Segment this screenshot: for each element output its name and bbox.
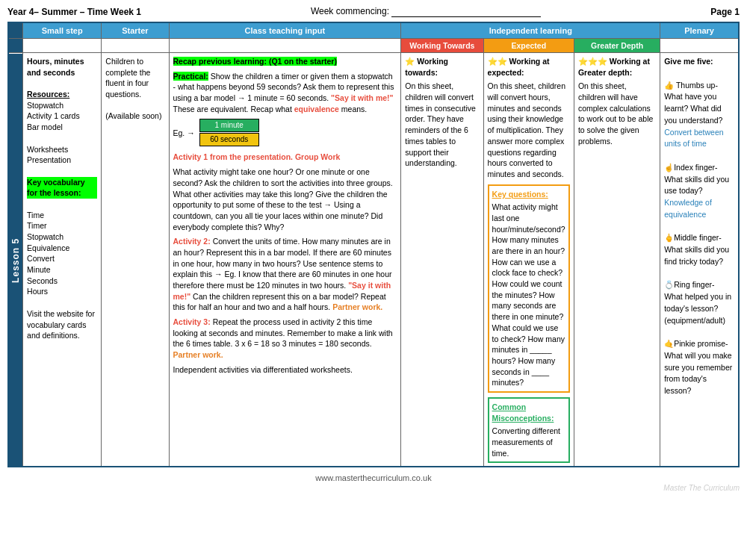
expected-cell: ⭐⭐ Working at expected: On this sheet, c… (483, 53, 574, 467)
lesson-plan-table: Small step Starter Class teaching input … (7, 22, 740, 467)
equivalence-word: equivalence (294, 105, 339, 113)
small-step-cell: Hours, minutes and seconds Resources: St… (23, 53, 102, 467)
page-number: Page 1 (710, 7, 740, 17)
bar-bottom: 60 seconds (199, 133, 259, 146)
independent-learning-header: Independent learning (401, 22, 660, 39)
practical-para: Practical: Show the children a timer or … (173, 71, 397, 115)
exp-text: On this sheet, children will convert hou… (488, 81, 570, 179)
activity2-label: Activity 2: (173, 237, 211, 246)
bar-model-container: Eg. → 1 minute 60 seconds (173, 118, 397, 147)
starter-header: Starter (102, 22, 169, 39)
activity3-para: Activity 3: Repeat the process used in a… (173, 317, 397, 361)
week-commencing: Week commencing: (141, 6, 710, 17)
resources-label: Resources: (27, 89, 97, 100)
key-questions-title: Key questions: (492, 189, 565, 200)
lesson-row: Lesson 5 Hours, minutes and seconds Reso… (8, 53, 739, 467)
activity1-text: What activity might take one hour? Or on… (173, 167, 397, 232)
independent-text: Independent activities via differentiate… (173, 364, 397, 376)
misconceptions-title: Common Misconceptions: (492, 402, 565, 423)
class-teaching-header: Class teaching input (169, 22, 401, 39)
bar-bottom-row: 60 seconds (199, 133, 259, 146)
resource-worksheets: Worksheets (27, 144, 97, 155)
vocab-seconds: Seconds (27, 276, 97, 287)
activity1-para: Activity 1 from the presentation. Group … (173, 152, 397, 163)
recap-line: Recap previous learning: (Q1 on the star… (173, 56, 397, 67)
page-title: Year 4– Summer – Time Week 1 (7, 7, 141, 17)
page-header: Year 4– Summer – Time Week 1 Week commen… (7, 6, 740, 17)
resource-stopwatch: Stopwatch (27, 100, 97, 111)
working-towards-content: ⭐ Working towards: On this sheet, childr… (405, 56, 479, 169)
visit-text: Visit the website for vocabulary cards a… (27, 308, 97, 341)
plenary-cell: Give me five: 👍 Thumbs up- What have you… (660, 53, 739, 467)
resource-cards: Activity 1 cards (27, 111, 97, 122)
gd-text: On this sheet, children will have comple… (578, 81, 656, 146)
eg-label: Eg. → (173, 128, 195, 139)
plenary-header: Plenary (660, 22, 739, 39)
vocab-hours: Hours (27, 286, 97, 297)
expected-subheader: Expected (483, 39, 574, 53)
starter-available: (Available soon) (105, 111, 164, 122)
group-work: Group Work (295, 152, 340, 161)
vocab-convert: Convert (27, 253, 97, 264)
greater-depth-cell: ⭐⭐⭐ Working at Greater depth: On this sh… (574, 53, 660, 467)
resource-presentation: Presentation (27, 155, 97, 166)
small-step-header: Small step (23, 22, 102, 39)
plenary-convert-link: Convert between units of time (664, 127, 734, 151)
plenary-ring: 💍Ring finger- What helped you in today's… (664, 279, 734, 326)
resource-bar-model: Bar model (27, 122, 97, 133)
vocab-stopwatch: Stopwatch (27, 231, 97, 243)
vocab-equivalence: Equivalence (27, 243, 97, 254)
starter-text: Children to complete the fluent in four … (105, 56, 164, 100)
plenary-middle: 🖕Middle finger- What skills did you find… (664, 232, 734, 267)
say-it-1: "Say it with me!" (331, 93, 393, 102)
wt-star: ⭐ (405, 57, 417, 66)
bar-model: 1 minute 60 seconds (199, 118, 259, 147)
footer-url: www.masterthecurriculum.co.uk (315, 473, 431, 482)
lesson-title: Hours, minutes and seconds (27, 56, 97, 78)
lesson-number-cell: Lesson 5 (8, 53, 23, 467)
equivalence-text: These are equivalent. Recap what (173, 105, 294, 113)
activity3-label: Activity 3: (173, 317, 211, 326)
practical-label: Practical: (173, 72, 208, 81)
plenary-index: ☝Index finger- What skills did you use t… (664, 162, 734, 197)
expected-content: ⭐⭐ Working at expected: On this sheet, c… (488, 56, 570, 180)
working-towards-subheader: Working Towards (401, 39, 483, 53)
equivalence-end: means. (341, 105, 367, 113)
plenary-thumb: 👍 Thumbs up- What have you learnt? What … (664, 80, 734, 127)
vocab-minute: Minute (27, 264, 97, 276)
starter-cell: Children to complete the fluent in four … (102, 53, 169, 467)
greater-depth-content: ⭐⭐⭐ Working at Greater depth: On this sh… (578, 56, 656, 147)
recap-highlight: Recap previous learning: (Q1 on the star… (173, 57, 337, 66)
key-vocab-label: Key vocabulary for the lesson: (27, 177, 97, 199)
plenary-knowledge-link: Knowledge of equivalence (664, 197, 734, 221)
footer-logo: Master The Curriculum (7, 484, 740, 492)
partner-work-2: Partner work. (173, 350, 223, 359)
bar-top-row: 1 minute (199, 119, 259, 132)
partner-work-1: Partner work. (332, 302, 382, 311)
exp-star: ⭐⭐ (488, 57, 509, 66)
vocab-timer: Timer (27, 220, 97, 231)
activity1-label: Activity 1 from the presentation. (173, 152, 293, 161)
key-questions-box: Key questions: What activity might last … (488, 184, 570, 393)
class-teaching-cell: Recap previous learning: (Q1 on the star… (169, 53, 401, 467)
misconceptions-box: Common Misconceptions: Converting differ… (488, 397, 570, 463)
gd-star: ⭐⭐⭐ (578, 57, 610, 66)
greater-depth-subheader: Greater Depth (574, 39, 660, 53)
activity2-para: Activity 2: Convert the units of time. H… (173, 236, 397, 313)
plenary-pinkie: 🤙Pinkie promise- What will you make sure… (664, 338, 734, 397)
key-questions-text: What activity might last one hour/minute… (492, 202, 565, 388)
plenary-intro: Give me five: (664, 56, 734, 68)
misconceptions-text: Converting different measurements of tim… (492, 426, 565, 458)
wt-text: On this sheet, children will convert tim… (405, 81, 479, 169)
lesson-number-header (8, 22, 23, 39)
working-towards-cell: ⭐ Working towards: On this sheet, childr… (401, 53, 483, 467)
vocab-time: Time (27, 210, 97, 221)
bar-top: 1 minute (199, 119, 259, 132)
column-headers-row: Small step Starter Class teaching input … (8, 22, 739, 39)
independent-sub-headers-row: Working Towards Expected Greater Depth (8, 39, 739, 53)
footer: www.masterthecurriculum.co.uk (7, 473, 740, 482)
